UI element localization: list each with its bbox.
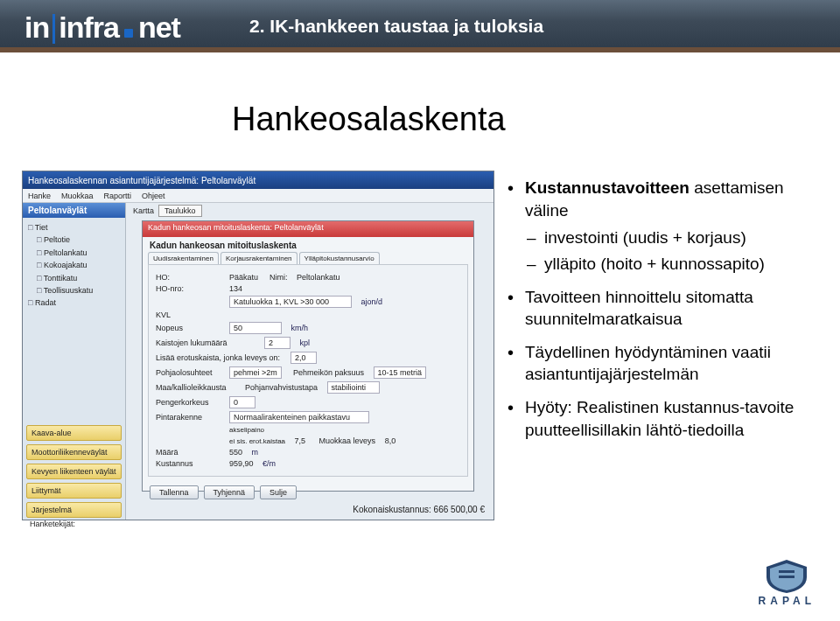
inner-tab[interactable]: Ylläpitokustannusarvio: [299, 252, 380, 264]
app-title: Hankeosalaskennan asiantuntijajärjestelm…: [28, 176, 256, 185]
save-button[interactable]: Tallenna: [150, 485, 199, 499]
inner-subtitle: Kadun hankeosan mitoituslaskenta: [143, 237, 473, 252]
label-vahv: Pohjanvahvistustapa: [245, 383, 318, 392]
label-pehmpak: Pehmeikön paksuus: [293, 368, 364, 377]
svg-rect-1: [779, 576, 794, 578]
inner-window: Kadun hankeosan mitoituslaskenta: Peltol…: [142, 220, 474, 492]
label-penger: Pengerkorkeus: [156, 398, 226, 407]
input-nopeus[interactable]: 50: [229, 322, 282, 334]
bullet-1-sub2: ylläpito (hoito + kunnossapito): [525, 253, 822, 276]
label-maakal: Maa/kallioleikkausta: [156, 383, 226, 392]
label-erot: ei sis. erot.kaistaa: [229, 437, 285, 445]
logo-text-in: in: [24, 10, 49, 45]
logo-text-infra: infra: [59, 10, 119, 45]
rapal-shield-icon: [763, 558, 810, 593]
label-muokkaa: Muokkaa leveys: [319, 436, 376, 445]
slide-header: in infra net 2. IK-hankkeen taustaa ja t…: [0, 0, 840, 52]
tree-group[interactable]: Tiet: [28, 221, 120, 234]
logo-pipe-icon: [52, 14, 55, 44]
footer-label: Hanketekijät:: [23, 520, 494, 528]
label-honro: HO-nro:: [156, 284, 226, 293]
sidebar-button[interactable]: Liittymät: [26, 483, 122, 499]
value-kust: 959,90: [229, 459, 254, 468]
tree-item[interactable]: Peltotie: [28, 234, 120, 246]
sidebar-tree: Tiet Peltotie Peltolankatu Kokoajakatu T…: [23, 218, 125, 423]
menu-item[interactable]: Raportti: [104, 192, 132, 200]
value-maara: 550: [229, 448, 242, 457]
input-penger[interactable]: 0: [229, 396, 256, 408]
tree-item[interactable]: Teollisuuskatu: [28, 284, 120, 297]
select-katuluokka[interactable]: Katuluokka 1, KVL >30 000: [229, 296, 352, 308]
inner-tab[interactable]: Korjausrakentaminen: [220, 252, 298, 264]
input-leveys[interactable]: 2,0: [290, 352, 317, 364]
input-kaistat[interactable]: 2: [264, 337, 290, 349]
bullet-1-sub1: investointi (uudis + korjaus): [525, 227, 822, 249]
sidebar-button[interactable]: Järjestelmä: [26, 502, 122, 518]
sidebar-button[interactable]: Kaava-alue: [26, 425, 122, 441]
app-sidebar: Peltolanväylät Tiet Peltotie Peltolankat…: [23, 203, 126, 520]
logo-dot-icon: [124, 29, 133, 38]
unit-maara: m: [252, 448, 259, 457]
bullet-1-bold: Kustannustavoitteen: [525, 178, 690, 197]
label-nimi: Nimi:: [270, 273, 288, 282]
rapal-logo: RAPAL: [759, 558, 816, 607]
app-screenshot: Hankeosalaskennan asiantuntijajärjestelm…: [22, 171, 494, 520]
label-kust: Kustannus: [156, 459, 226, 468]
label-kvl: KVL: [156, 310, 226, 319]
label-pohja: Pohjaolosuhteet: [156, 368, 226, 377]
inner-tab[interactable]: Uudisrakentaminen: [148, 252, 219, 264]
label-ho: HO:: [156, 273, 226, 282]
footer-total: Kokonaiskustannus: 666 500,00 €: [353, 505, 485, 514]
app-body: Peltolanväylät Tiet Peltotie Peltolankat…: [23, 203, 494, 520]
select-pohja[interactable]: pehmei >2m: [229, 366, 282, 379]
unit-kvl: ajon/d: [361, 297, 383, 306]
value-muokkaa: 8,0: [385, 436, 396, 445]
tab-taulukko[interactable]: Taulukko: [158, 205, 202, 217]
unit-kaistat: kpl: [300, 338, 311, 347]
label-leveys-note: Lisää erotuskaista, jonka leveys on:: [156, 353, 287, 362]
tree-item[interactable]: Tonttikatu: [28, 272, 120, 284]
bullet-2: Tavoitteen hinnoittelu sitomatta suunnit…: [508, 286, 822, 331]
bullet-3: Täydellinen hyödyntäminen vaatii asiantu…: [508, 341, 822, 386]
sidebar-button[interactable]: Moottoriliikenneväylät: [26, 444, 122, 460]
value-erot: 7,5: [295, 436, 306, 445]
select-pehmpak[interactable]: 10-15 metriä: [374, 366, 427, 379]
value-paakatu: Pääkatu: [229, 273, 258, 282]
sidebar-button[interactable]: Kevyen liikenteen väylät: [26, 464, 122, 479]
inner-form: HO:Pääkatu Nimi: Peltolankatu HO-nro:134…: [148, 264, 468, 477]
clear-button[interactable]: Tyhjennä: [204, 485, 256, 499]
app-menubar: Hanke Muokkaa Raportti Ohjeet: [23, 189, 494, 203]
menu-item[interactable]: Muokkaa: [61, 192, 94, 200]
menu-item[interactable]: Ohjeet: [142, 192, 165, 200]
label-akselipaino: akselipaino: [229, 426, 264, 434]
close-button[interactable]: Sulje: [260, 485, 297, 499]
rapal-text: RAPAL: [759, 595, 816, 607]
logo-ininfra-net: in infra net: [24, 8, 180, 45]
value-honro: 134: [229, 284, 242, 293]
tree-item[interactable]: Peltolankatu: [28, 247, 120, 259]
tree-item[interactable]: Kokoajakatu: [28, 259, 120, 271]
select-vahv[interactable]: stabiliointi: [327, 381, 380, 394]
slide-bullets: Kustannustavoitteen asettamisen väline i…: [508, 177, 822, 451]
label-nopeus: Nopeus: [156, 324, 226, 332]
value-nimi: Peltolankatu: [297, 273, 340, 282]
bullet-4: Hyöty: Realistinen kustannus-tavoite puu…: [508, 396, 822, 441]
svg-rect-0: [779, 570, 794, 573]
logo-text-net: net: [138, 10, 180, 45]
inner-titlebar: Kadun hankeosan mitoituslaskenta: Peltol…: [143, 221, 473, 237]
label-maara: Määrä: [156, 448, 226, 457]
slide-title: Hankeosalaskenta: [232, 101, 506, 138]
tree-group[interactable]: Radat: [28, 297, 120, 309]
inner-button-row: Tallenna Tyhjennä Sulje: [143, 482, 473, 503]
unit-nopeus: km/h: [291, 324, 309, 332]
inner-tabs: Uudisrakentaminen Korjausrakentaminen Yl…: [143, 252, 473, 264]
label-pinta: Pintarakenne: [156, 413, 226, 422]
header-subtitle: 2. IK-hankkeen taustaa ja tuloksia: [249, 16, 543, 37]
bullet-1: Kustannustavoitteen asettamisen väline i…: [508, 177, 822, 276]
label-kaistat: Kaistojen lukumäärä: [156, 338, 261, 347]
app-main: Kartta Taulukko Kadun hankeosan mitoitus…: [126, 203, 494, 520]
menu-item[interactable]: Hanke: [28, 192, 51, 200]
select-pinta[interactable]: Normaalirakenteinen paikkastavu: [229, 411, 369, 423]
unit-kust: €/m: [262, 459, 276, 468]
app-titlebar: Hankeosalaskennan asiantuntijajärjestelm…: [23, 171, 494, 189]
